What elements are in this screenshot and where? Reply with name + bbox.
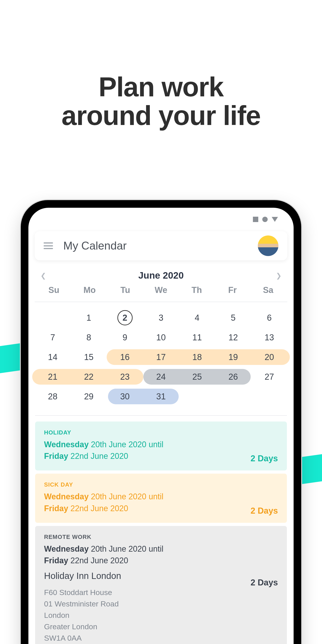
day-cell[interactable]: 19 xyxy=(215,352,251,362)
day-cell[interactable]: 12 xyxy=(215,333,251,342)
day-cell[interactable]: 28 xyxy=(35,392,71,402)
day-cell[interactable]: 18 xyxy=(179,352,215,362)
day-cell[interactable]: 7 xyxy=(35,333,71,342)
weekday: Mo xyxy=(72,285,108,295)
phone-screen: My Calendar ❮ June 2020 ❯ Su Mo Tu We Th… xyxy=(28,208,294,644)
day-cell[interactable]: 4 xyxy=(179,313,215,323)
day-cell[interactable]: 29 xyxy=(71,392,107,402)
day-cell[interactable]: 1 xyxy=(71,313,107,323)
status-bar xyxy=(253,217,278,222)
divider xyxy=(35,415,287,416)
day-cell[interactable]: 31 xyxy=(143,392,179,402)
month-label: June 2020 xyxy=(138,270,184,281)
day-cell[interactable]: 25 xyxy=(179,372,215,382)
range-text: 22nd June 2020 xyxy=(68,556,128,565)
phone-frame: My Calendar ❮ June 2020 ❯ Su Mo Tu We Th… xyxy=(21,200,301,644)
hamburger-icon[interactable] xyxy=(44,242,53,249)
day-cell[interactable]: 21 xyxy=(35,372,71,382)
day-cell[interactable]: 14 xyxy=(35,352,71,362)
calendar-week: 14 15 16 17 18 19 20 xyxy=(35,347,287,367)
address-line: F60 Stoddart House xyxy=(44,587,278,598)
location-address: F60 Stoddart House 01 Westminister Road … xyxy=(44,587,278,644)
event-range: Wednesday 20th June 2020 until Friday 22… xyxy=(44,439,278,462)
day-cell[interactable]: 6 xyxy=(251,313,287,323)
event-tag: HOLIDAY xyxy=(44,429,278,436)
range-day: Friday xyxy=(44,556,68,565)
day-cell[interactable]: 8 xyxy=(71,333,107,342)
day-cell[interactable]: 13 xyxy=(251,333,287,342)
range-day: Friday xyxy=(44,452,68,461)
address-line: London xyxy=(44,610,278,621)
day-cell[interactable]: 23 xyxy=(107,372,143,382)
event-card-holiday[interactable]: HOLIDAY Wednesday 20th June 2020 until F… xyxy=(35,422,287,470)
range-day: Wednesday xyxy=(44,544,88,554)
calendar-week: 7 8 9 10 11 12 13 xyxy=(35,328,287,347)
range-day: Friday xyxy=(44,504,68,513)
weekday: We xyxy=(143,285,179,295)
event-tag: SICK DAY xyxy=(44,481,278,488)
day-cell[interactable]: 24 xyxy=(143,372,179,382)
calendar-week: 21 22 23 24 25 26 27 xyxy=(35,367,287,386)
event-card-sick[interactable]: SICK DAY Wednesday 20th June 2020 until … xyxy=(35,474,287,522)
address-line: Greater London xyxy=(44,621,278,632)
chevron-right-icon[interactable]: ❯ xyxy=(276,272,282,280)
location-name: Holiday Inn London xyxy=(44,571,278,581)
weekday-header: Su Mo Tu We Th Fr Sa xyxy=(35,285,287,302)
event-card-remote[interactable]: REMOTE WORK Wednesday 20th June 2020 unt… xyxy=(35,526,287,644)
event-range: Wednesday 20th June 2020 until Friday 22… xyxy=(44,543,278,566)
duration-badge: 2 Days xyxy=(250,506,278,516)
avatar[interactable] xyxy=(258,236,278,256)
weekday: Th xyxy=(179,285,215,295)
range-day: Wednesday xyxy=(44,440,88,449)
day-cell[interactable]: 3 xyxy=(143,313,179,323)
chevron-left-icon[interactable]: ❮ xyxy=(40,272,46,280)
event-tag: REMOTE WORK xyxy=(44,534,278,540)
range-text: 20th June 2020 until xyxy=(88,544,163,554)
duration-badge: 2 Days xyxy=(250,578,278,588)
day-cell[interactable]: 15 xyxy=(71,352,107,362)
day-cell[interactable]: 20 xyxy=(251,352,287,362)
address-line: 01 Westminister Road xyxy=(44,598,278,610)
page-title: My Calendar xyxy=(63,239,248,252)
day-cell[interactable]: 10 xyxy=(143,333,179,342)
day-cell[interactable]: 11 xyxy=(179,333,215,342)
day-cell[interactable]: 17 xyxy=(143,352,179,362)
event-range: Wednesday 20th June 2020 until Friday 22… xyxy=(44,491,278,514)
weekday: Sa xyxy=(250,285,286,295)
day-cell-selected[interactable]: 2 xyxy=(118,310,132,325)
range-text: 22nd June 2020 xyxy=(68,504,128,513)
calendar-week: 1 2 3 4 5 6 xyxy=(35,308,287,328)
range-day: Wednesday xyxy=(44,492,88,501)
top-app-bar: My Calendar xyxy=(35,231,287,260)
weekday: Fr xyxy=(215,285,250,295)
day-cell[interactable]: 9 xyxy=(107,333,143,342)
day-cell[interactable]: 26 xyxy=(215,372,251,382)
calendar-grid: 1 2 3 4 5 6 7 8 9 10 11 12 13 xyxy=(35,302,287,406)
address-line: SW1A 0AA xyxy=(44,632,278,644)
weekday: Tu xyxy=(107,285,143,295)
headline-line: around your life xyxy=(0,101,322,130)
event-list: HOLIDAY Wednesday 20th June 2020 until F… xyxy=(35,415,287,644)
day-cell[interactable]: 22 xyxy=(71,372,107,382)
day-cell[interactable]: 30 xyxy=(107,392,143,402)
weekday: Su xyxy=(36,285,72,295)
day-cell[interactable]: 27 xyxy=(251,372,287,382)
month-navigator: ❮ June 2020 ❯ xyxy=(35,260,287,285)
duration-badge: 2 Days xyxy=(250,454,278,463)
headline-line: Plan work xyxy=(0,73,322,101)
calendar-week: 28 29 30 31 xyxy=(35,386,287,406)
marketing-headline: Plan work around your life xyxy=(0,73,322,130)
status-square-icon xyxy=(253,217,258,222)
day-cell[interactable]: 5 xyxy=(215,313,251,323)
day-cell[interactable]: 16 xyxy=(107,352,143,362)
status-triangle-icon xyxy=(272,217,278,222)
range-text: 20th June 2020 until xyxy=(88,492,163,501)
range-text: 22nd June 2020 xyxy=(68,452,128,461)
range-text: 20th June 2020 until xyxy=(88,440,163,449)
status-circle-icon xyxy=(262,217,268,222)
